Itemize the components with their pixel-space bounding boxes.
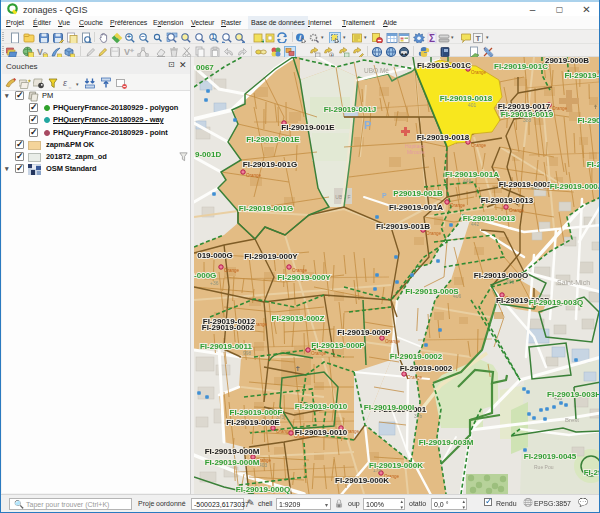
svg-text:✦: ✦	[129, 47, 135, 54]
svg-text:P: P	[364, 119, 371, 131]
svg-text:FI-29019-000S: FI-29019-000S	[405, 287, 459, 296]
svg-text:FI-29019-000P: FI-29019-000P	[337, 328, 391, 337]
svg-text:Orange: Orange	[471, 143, 487, 148]
svg-text:FI-29019-001E: FI-29019-001E	[246, 135, 300, 144]
svg-text:FI-29019-0013: FI-29019-0013	[463, 214, 516, 223]
svg-text:Saint-Mich: Saint-Mich	[557, 279, 590, 286]
svg-text:−: −	[141, 33, 145, 40]
svg-text:ε: ε	[63, 78, 68, 88]
svg-text:FI-29019-0002: FI-29019-0002	[400, 364, 453, 373]
svg-text:FI-29019-000E: FI-29019-000E	[226, 418, 280, 427]
svg-text:FI-29019-0013: FI-29019-0013	[481, 196, 534, 205]
svg-text:FI-29019-000M: FI-29019-000M	[205, 458, 260, 467]
svg-text:✝: ✝	[295, 365, 301, 372]
svg-text:FI-29019-0010: FI-29019-0010	[295, 402, 348, 411]
svg-text:FI-29019-000P: FI-29019-000P	[311, 341, 365, 350]
svg-text:FI-29019-0: FI-29019-0	[564, 71, 600, 80]
svg-text:Brest: Brest	[565, 417, 579, 423]
svg-text:FI-29019-000Q: FI-29019-000Q	[236, 485, 290, 494]
svg-text:P: P	[382, 192, 387, 199]
svg-text:FI-29: FI-29	[584, 468, 600, 477]
svg-text:FI-29019-000M: FI-29019-000M	[205, 447, 260, 456]
svg-text:FI-29019-0018: FI-29019-0018	[417, 133, 470, 142]
svg-text:FI-29: FI-29	[587, 160, 600, 169]
svg-text:FI-29019-003M: FI-29019-003M	[419, 438, 474, 447]
svg-text:1: 1	[211, 33, 215, 40]
svg-text:FI-29019-0018: FI-29019-0018	[440, 94, 493, 103]
svg-text:Orange: Orange	[385, 339, 401, 344]
svg-text:FI-29019-0002: FI-29019-0002	[390, 352, 443, 361]
svg-text:T: T	[476, 34, 481, 43]
svg-text:FI-29019-000J: FI-29019-000J	[550, 182, 600, 191]
svg-text:FI-29019-000K: FI-29019-000K	[335, 476, 389, 485]
svg-text:Orange: Orange	[426, 231, 442, 236]
svg-text:UBO Mé: UBO Mé	[364, 67, 389, 74]
svg-text:Orange: Orange	[450, 203, 466, 208]
svg-text:29019-000B: 29019-000B	[545, 57, 589, 65]
svg-text:FI-290: FI-290	[577, 116, 600, 125]
svg-text:FI-29019-0010: FI-29019-0010	[295, 428, 348, 437]
svg-text:FI-29019-000Y: FI-29019-000Y	[244, 252, 298, 261]
svg-text:FI-29019-0019: FI-29019-0019	[501, 110, 554, 119]
svg-text:FI-29019-0002: FI-29019-0002	[202, 323, 255, 332]
svg-text:✦: ✦	[27, 78, 31, 84]
svg-text:FI-29019-001G: FI-29019-001G	[239, 204, 293, 213]
svg-text:Orange: Orange	[407, 375, 423, 380]
svg-text:FI-29019-001B: FI-29019-001B	[376, 222, 430, 231]
svg-text:403: 403	[259, 462, 268, 468]
svg-text:FI-29019-0045: FI-29019-0045	[524, 452, 577, 461]
svg-text:✝: ✝	[593, 104, 598, 110]
svg-text:Rue Pou: Rue Pou	[534, 464, 554, 470]
svg-text:FI-29019-000Z: FI-29019-000Z	[272, 314, 325, 323]
svg-text:019-000G: 019-000G	[197, 251, 233, 260]
svg-text:9-001D: 9-001D	[195, 150, 221, 159]
svg-text:V: V	[37, 47, 43, 57]
svg-text:FI-29019-003H: FI-29019-003H	[547, 390, 600, 399]
svg-text:Orange: Orange	[552, 106, 568, 111]
svg-text:Orange: Orange	[471, 70, 487, 75]
svg-text:FI-29019-001G: FI-29019-001G	[243, 160, 297, 169]
svg-text:Orange: Orange	[224, 268, 240, 273]
svg-text:,,: ,,	[69, 83, 72, 89]
svg-text:FI-29019-001C: FI-29019-001C	[417, 61, 471, 70]
svg-text:FI-29019-0001: FI-29019-0001	[499, 180, 552, 189]
svg-text:FI-29019-001A: FI-29019-001A	[445, 170, 499, 179]
svg-text:FI-29019-001C: FI-29019-001C	[494, 62, 548, 71]
svg-text:Orange: Orange	[246, 173, 262, 178]
svg-text:+: +	[127, 33, 131, 40]
svg-text:FI-29019-001A: FI-29019-001A	[389, 203, 443, 212]
svg-text:FI-29019-000K: FI-29019-000K	[369, 461, 423, 470]
svg-text:FI-29019-001E: FI-29019-001E	[281, 123, 335, 132]
svg-text:Mirouze: Mirouze	[407, 149, 425, 155]
svg-text:+36: +36	[210, 280, 219, 286]
svg-text:0067: 0067	[196, 63, 214, 72]
svg-text:Σ: Σ	[428, 33, 434, 44]
svg-text:Orange: Orange	[509, 208, 525, 213]
svg-text:FI-29019-000Y: FI-29019-000Y	[277, 273, 331, 282]
svg-text:Orange: Orange	[311, 351, 327, 356]
svg-text:Orange: Orange	[292, 268, 308, 273]
svg-text:FI-29019-000F: FI-29019-000F	[230, 408, 283, 417]
svg-text:FI-29019-000I: FI-29019-000I	[364, 403, 414, 412]
svg-text:FI-29019-003Q: FI-29019-003Q	[529, 298, 583, 307]
svg-text:FI-29019-0011: FI-29019-0011	[200, 342, 253, 351]
svg-text:FI-29019-000O: FI-29019-000O	[474, 271, 528, 280]
svg-text:9-000G: 9-000G	[194, 271, 216, 280]
svg-text:FI-29019-001J: FI-29019-001J	[324, 105, 376, 114]
svg-text:P29019-001B: P29019-001B	[393, 189, 443, 198]
